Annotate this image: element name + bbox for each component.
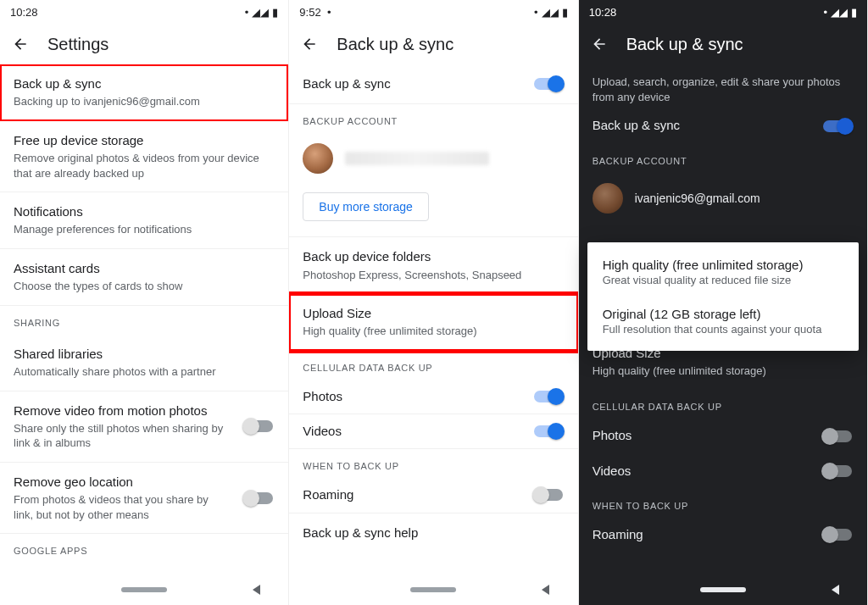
phone-settings: 10:28 ◢◢ ▮ Settings Back up & sync Backi… (0, 0, 289, 605)
row-backup-device-folders[interactable]: Back up device folders Photoshop Express… (289, 237, 577, 294)
row-title: Free up device storage (14, 132, 275, 149)
section-cellular: Cellular data back up (579, 390, 867, 419)
clock: 10:28 (10, 6, 38, 19)
status-icons: ◢◢ ▮ (823, 6, 857, 19)
battery-icon: ▮ (851, 6, 857, 19)
row-remove-geo[interactable]: Remove geo location From photos & videos… (0, 463, 288, 534)
section-when: When to back up (579, 489, 867, 518)
row-title: Upload Size (303, 305, 564, 322)
section-google-apps: Google Apps (0, 534, 288, 563)
toggle-cellular-photos (823, 430, 852, 442)
row-shared-libraries[interactable]: Shared libraries Automatically share pho… (0, 335, 288, 391)
row-free-up-storage[interactable]: Free up device storage Remove original p… (0, 121, 288, 192)
row-title: Back up & sync help (303, 525, 564, 541)
row-cellular-videos[interactable]: Videos (289, 414, 577, 449)
back-arrow-icon[interactable] (591, 36, 608, 53)
signal-icon: ◢◢ (252, 6, 269, 19)
page-title: Back up & sync (337, 35, 453, 54)
dot-icon (327, 6, 331, 19)
back-arrow-icon[interactable] (12, 36, 29, 53)
dot-icon (245, 6, 249, 19)
toggle-remove-video[interactable] (244, 420, 273, 432)
account-email-blurred (345, 152, 489, 165)
toggle-roaming (823, 529, 852, 541)
row-cellular-photos[interactable]: Photos (289, 380, 577, 414)
row-assistant-cards[interactable]: Assistant cards Choose the types of card… (0, 249, 288, 306)
row-subtitle: Automatically share photos with a partne… (14, 364, 275, 380)
status-bar: 10:28 ◢◢ ▮ (0, 0, 288, 24)
toggle-backup-sync[interactable] (534, 78, 563, 90)
row-title: Back up & sync (303, 75, 518, 92)
row-cellular-photos: Photos (579, 419, 867, 453)
row-title: Videos (593, 463, 808, 480)
option-original[interactable]: Original (12 GB storage left) Full resol… (587, 297, 859, 346)
row-backup-help[interactable]: Back up & sync help (289, 513, 577, 552)
row-backup-sync-toggle[interactable]: Back up & sync (289, 64, 577, 104)
row-title: Back up & sync (14, 75, 275, 92)
toggle-roaming[interactable] (534, 489, 563, 501)
row-title: Back up & sync (593, 117, 808, 134)
page-title: Settings (47, 35, 108, 54)
row-subtitle: Share only the still photos when sharing… (14, 421, 229, 451)
row-roaming: Roaming (579, 518, 867, 552)
nav-bar (0, 574, 288, 605)
row-backup-account[interactable] (289, 133, 577, 184)
nav-home-pill[interactable] (410, 587, 456, 592)
row-backup-sync[interactable]: Back up & sync Backing up to ivanjenic96… (0, 64, 288, 121)
row-upload-size[interactable]: Upload Size High quality (free unlimited… (289, 294, 577, 351)
clock: 10:28 (589, 6, 617, 19)
section-backup-account: Backup account (579, 144, 867, 173)
row-google-drive[interactable]: Google Drive Sync photos & videos from G… (0, 563, 288, 574)
row-subtitle: From photos & videos that you share by l… (14, 492, 229, 522)
option-title: Original (12 GB storage left) (603, 307, 843, 321)
nav-back-icon[interactable] (253, 585, 260, 595)
nav-bar (289, 574, 577, 605)
row-subtitle: High quality (free unlimited storage) (593, 364, 854, 379)
row-title: Google Drive (14, 574, 229, 574)
row-cellular-videos: Videos (579, 454, 867, 489)
row-title: Roaming (303, 486, 518, 503)
app-bar: Back up & sync (579, 24, 867, 64)
row-notifications[interactable]: Notifications Manage preferences for not… (0, 192, 288, 249)
toggle-cellular-photos[interactable] (534, 391, 563, 402)
row-title: Photos (303, 388, 518, 405)
nav-back-icon[interactable] (542, 585, 549, 595)
account-email: ivanjenic96@gmail.com (635, 191, 760, 205)
avatar (593, 183, 623, 214)
toggle-remove-geo[interactable] (244, 492, 273, 504)
nav-home-pill[interactable] (121, 587, 167, 592)
upload-size-dialog: High quality (free unlimited storage) Gr… (587, 242, 859, 351)
row-remove-video-motion[interactable]: Remove video from motion photos Share on… (0, 391, 288, 463)
phone-backup-sync: 9:52 ◢◢ ▮ Back up & sync Back up & sync … (289, 0, 578, 605)
buy-more-storage-button[interactable]: Buy more storage (303, 192, 429, 221)
row-title: Videos (303, 423, 518, 440)
signal-icon: ◢◢ (542, 6, 559, 19)
row-subtitle: Manage preferences for notifications (14, 222, 275, 237)
row-title: Assistant cards (14, 260, 275, 277)
row-backup-sync-toggle: Back up & sync (579, 108, 867, 143)
app-bar: Back up & sync (289, 24, 577, 64)
status-icons: ◢◢ ▮ (245, 6, 279, 19)
row-subtitle: Photoshop Express, Screenshots, Snapseed (303, 268, 564, 283)
option-subtitle: Great visual quality at reduced file siz… (603, 274, 843, 286)
toggle-cellular-videos[interactable] (534, 425, 563, 437)
status-bar: 9:52 ◢◢ ▮ (289, 0, 577, 24)
nav-home-pill[interactable] (700, 587, 746, 592)
battery-icon: ▮ (272, 6, 278, 19)
row-roaming[interactable]: Roaming (289, 478, 577, 513)
toggle-backup-sync (823, 120, 852, 132)
nav-back-icon[interactable] (832, 585, 839, 595)
section-when: When to back up (289, 449, 577, 478)
section-backup-account: Backup account (289, 104, 577, 133)
backup-list: Back up & sync Backup account Buy more s… (289, 64, 577, 574)
back-arrow-icon[interactable] (301, 36, 318, 53)
nav-bar (579, 574, 867, 605)
battery-icon: ▮ (562, 6, 568, 19)
section-sharing: Sharing (0, 306, 288, 335)
row-subtitle: High quality (free unlimited storage) (303, 324, 564, 339)
avatar (303, 143, 333, 174)
dot-icon (534, 6, 538, 19)
row-subtitle: Backing up to ivanjenic96@gmail.com (14, 94, 275, 109)
status-bar: 10:28 ◢◢ ▮ (579, 0, 867, 24)
option-high-quality[interactable]: High quality (free unlimited storage) Gr… (587, 247, 859, 297)
